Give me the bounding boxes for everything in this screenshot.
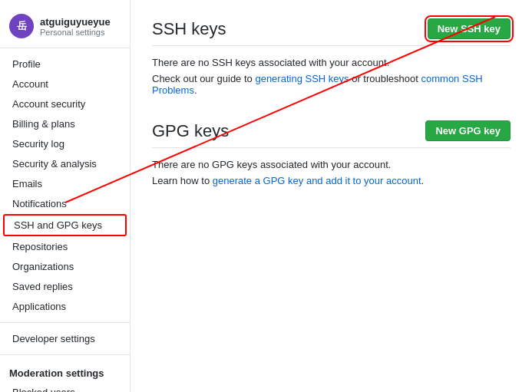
sidebar-item-repositories[interactable]: Repositories <box>3 237 127 256</box>
gpg-title-row: GPG keys New GPG key <box>152 120 511 148</box>
moderation-settings-label: Moderation settings <box>0 361 130 382</box>
sidebar-item-security-analysis[interactable]: Security & analysis <box>3 154 127 173</box>
avatar: 岳 <box>9 14 34 38</box>
gpg-keys-section: GPG keys New GPG key There are no GPG ke… <box>152 120 511 186</box>
sidebar-item-emails[interactable]: Emails <box>3 174 127 193</box>
sidebar-item-blocked-users[interactable]: Blocked users <box>3 383 127 392</box>
username: atguiguyueyue <box>40 16 111 28</box>
sidebar-item-profile[interactable]: Profile <box>3 54 127 74</box>
generating-ssh-keys-link[interactable]: generating SSH keys <box>255 73 349 84</box>
personal-settings-label: Personal settings <box>40 28 111 37</box>
main-content: SSH keys New SSH key There are no SSH ke… <box>131 0 532 392</box>
sidebar-item-ssh-gpg[interactable]: SSH and GPG keys <box>3 214 127 236</box>
gpg-no-keys-text: There are no GPG keys associated with yo… <box>152 159 511 170</box>
sidebar-item-saved-replies[interactable]: Saved replies <box>3 277 127 296</box>
new-gpg-key-button[interactable]: New GPG key <box>425 120 511 141</box>
sidebar-item-applications[interactable]: Applications <box>3 297 127 316</box>
sidebar-item-developer-settings[interactable]: Developer settings <box>3 329 127 348</box>
sidebar-item-security-log[interactable]: Security log <box>3 134 127 153</box>
sidebar-divider-2 <box>0 354 130 355</box>
user-profile-section: 岳 atguiguyueyue Personal settings <box>0 8 130 48</box>
ssh-keys-section: SSH keys New SSH key There are no SSH ke… <box>152 18 511 96</box>
gpg-section-title: GPG keys <box>152 121 229 141</box>
generate-gpg-key-link[interactable]: generate a GPG key and add it to your ac… <box>213 175 421 186</box>
sidebar: 岳 atguiguyueyue Personal settings Profil… <box>0 0 131 392</box>
gpg-learn-text: Learn how to generate a GPG key and add … <box>152 175 511 186</box>
sidebar-item-account-security[interactable]: Account security <box>3 94 127 114</box>
ssh-title-row: SSH keys New SSH key <box>152 18 511 46</box>
new-ssh-key-button[interactable]: New SSH key <box>428 18 511 39</box>
sidebar-item-billing[interactable]: Billing & plans <box>3 114 127 133</box>
user-info: atguiguyueyue Personal settings <box>40 16 111 37</box>
sidebar-item-notifications[interactable]: Notifications <box>3 194 127 213</box>
ssh-no-keys-text: There are no SSH keys associated with yo… <box>152 57 511 68</box>
sidebar-item-organizations[interactable]: Organizations <box>3 257 127 276</box>
ssh-guide-text: Check out our guide to generating SSH ke… <box>152 73 511 96</box>
sidebar-divider-1 <box>0 322 130 323</box>
sidebar-item-account[interactable]: Account <box>3 74 127 94</box>
ssh-section-title: SSH keys <box>152 19 226 39</box>
